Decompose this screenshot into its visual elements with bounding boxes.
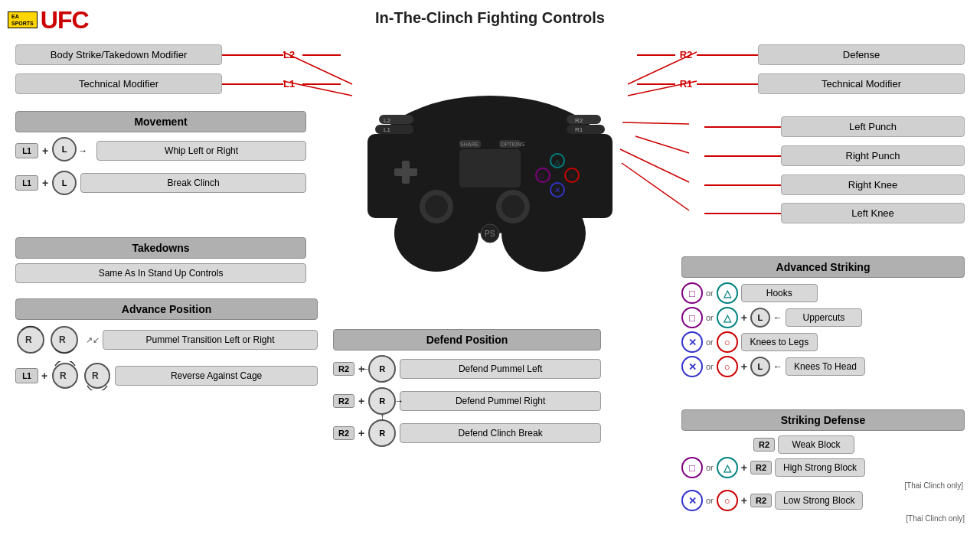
striking-defense-section: Striking Defense R2 Weak Block □ or △ + …	[681, 409, 965, 523]
reverse-action: Reverse Against Cage	[115, 366, 318, 386]
r2-row: R2 Defense	[637, 44, 965, 65]
r1-line2	[697, 83, 758, 85]
circle-kneeslegs: ○	[717, 331, 738, 353]
r2-defend-break: R2	[333, 426, 354, 440]
striking-defense-title: Striking Defense	[681, 409, 965, 431]
l1-line	[222, 83, 283, 85]
stick-defend-break: R ↑	[368, 419, 396, 447]
rk-line	[704, 184, 781, 186]
r2-defend-right: R2	[333, 394, 354, 408]
square-highblock: □	[681, 457, 703, 478]
stick-defend-left: R ←	[368, 355, 396, 383]
page-title: In-The-Clinch Fighting Controls	[0, 9, 980, 27]
svg-text:PS: PS	[485, 230, 495, 238]
svg-text:△: △	[554, 158, 560, 166]
svg-text:R: R	[25, 334, 32, 345]
takedowns-section: Takedowns Same As In Stand Up Controls	[15, 237, 306, 283]
stick-kneeshead: L	[750, 357, 770, 377]
stick-uppercuts: L	[750, 308, 770, 328]
whip-action: Whip Left or Right	[96, 141, 306, 161]
stick-whip-container: L →	[52, 137, 80, 165]
knees-head-label: Knees To Head	[786, 357, 865, 376]
cross-kneeshead: ✕	[681, 356, 703, 377]
r2-trigger: R2	[675, 49, 697, 60]
square-hooks: □	[681, 282, 703, 304]
l1-trigger: L1	[283, 78, 302, 90]
knees-legs-label: Knees to Legs	[741, 333, 818, 351]
high-block-group: □ or △ + R2 High Strong Block [Thai Clin…	[681, 457, 965, 490]
right-knee-label: Right Knee	[781, 174, 965, 195]
uppercuts-label: Uppercuts	[786, 308, 862, 327]
stick-defend-right: R →	[368, 387, 396, 415]
l1-line2	[302, 83, 341, 85]
stick-break: L	[52, 171, 77, 195]
low-block-row: ✕ or ○ + R2 Low Strong Block	[681, 490, 965, 511]
svg-rect-32	[567, 115, 601, 124]
r2-line2	[697, 54, 758, 56]
advance-section: Advance Position R R ↗↙ Pummel Transitio…	[15, 298, 318, 396]
rp-line	[704, 155, 781, 157]
controller-svg: △ ○ □ ✕ L1 L2 R1 R2 SHARE OPTIONS PS	[360, 73, 620, 276]
l2-trigger: L2	[283, 49, 302, 60]
knees-legs-row: ✕ or ○ Knees to Legs	[681, 331, 965, 353]
r2-weak: R2	[753, 438, 775, 452]
svg-rect-12	[459, 149, 521, 187]
svg-text:R2: R2	[575, 117, 583, 124]
l2-line2	[302, 54, 341, 56]
circle-kneeshead: ○	[717, 356, 738, 377]
svg-text:R1: R1	[575, 126, 583, 133]
svg-line-48	[622, 163, 689, 210]
pummel-row: R R ↗↙ Pummel Transition Left or Right	[15, 324, 318, 355]
l1-label: Technical Modifier	[15, 73, 222, 94]
high-block-note: [Thai Clinch only]	[681, 481, 965, 490]
defend-break-row: R2 + R ↑ Defend Clinch Break	[333, 419, 601, 447]
break-clinch-action: Break Clinch	[80, 173, 306, 193]
left-knee-row: Left Knee	[704, 203, 965, 223]
r1-label: Technical Modifier	[758, 73, 965, 94]
stick-whip: L	[52, 137, 77, 161]
r1-line1	[637, 83, 675, 85]
r2-low: R2	[750, 494, 772, 507]
break-clinch-row: L1 + L Break Clinch	[15, 171, 306, 195]
svg-text:OPTIONS: OPTIONS	[501, 142, 525, 147]
takedowns-action: Same As In Stand Up Controls	[15, 263, 306, 283]
svg-text:L1: L1	[384, 126, 390, 133]
svg-text:R: R	[59, 334, 66, 345]
movement-title: Movement	[15, 111, 306, 132]
circle-lowblock: ○	[717, 490, 738, 511]
stick-r2-pummel: R	[49, 324, 80, 355]
stick-r1-pummel: R	[15, 324, 46, 355]
lk-line	[704, 213, 781, 214]
left-punch-label: Left Punch	[781, 116, 965, 137]
arrows-pummel: ↗↙	[86, 335, 100, 345]
l1-btn-break: L1	[15, 175, 38, 191]
left-knee-label: Left Knee	[781, 203, 965, 223]
right-punch-row: Right Punch	[704, 145, 965, 166]
l2-label: Body Strike/Takedown Modifier	[15, 44, 222, 65]
r1-trigger: R1	[675, 78, 697, 90]
stick-r3-reverse: R	[51, 361, 80, 390]
advanced-striking-section: Advanced Striking □ or △ Hooks □ or △ + …	[681, 256, 965, 380]
svg-text:R: R	[92, 370, 99, 381]
svg-rect-14	[394, 168, 417, 176]
svg-line-47	[620, 149, 689, 182]
svg-point-18	[501, 195, 524, 218]
defend-position-section: Defend Position R2 + R ← Defend Pummel L…	[333, 329, 601, 452]
defend-right-action: Defend Pummel Right	[400, 391, 601, 411]
movement-section: Movement L1 + L → Whip Left or Right L1 …	[15, 111, 306, 201]
svg-text:SHARE: SHARE	[460, 142, 479, 147]
low-block-group: ✕ or ○ + R2 Low Strong Block [Thai Clinc…	[681, 490, 965, 523]
hooks-label: Hooks	[741, 284, 818, 302]
whip-row: L1 + L → Whip Left or Right	[15, 137, 306, 165]
svg-line-46	[635, 136, 689, 153]
lp-line	[704, 126, 781, 128]
r2-label: Defense	[758, 44, 965, 65]
r2-high: R2	[750, 461, 772, 474]
stick-r4-reverse: R	[83, 361, 112, 390]
right-punch-label: Right Punch	[781, 145, 965, 166]
pummel-action: Pummel Transition Left or Right	[103, 330, 318, 350]
defend-left-row: R2 + R ← Defend Pummel Left	[333, 355, 601, 383]
cross-kneeslegs: ✕	[681, 331, 703, 353]
weak-block-row: R2 Weak Block	[681, 435, 965, 454]
triangle-highblock: △	[717, 457, 738, 478]
